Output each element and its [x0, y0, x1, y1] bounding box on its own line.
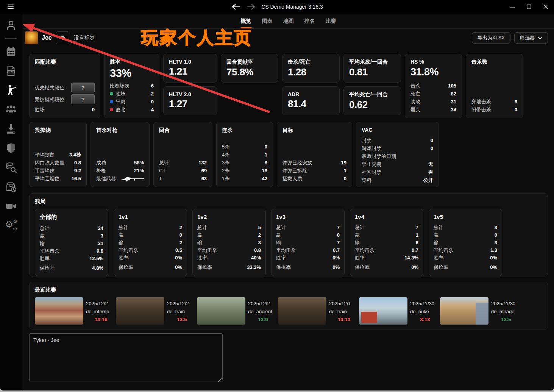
teams-icon[interactable]: [5, 103, 17, 116]
demos-file-icon[interactable]: DEM: [5, 64, 17, 77]
sidebar: DEM ⚙⚙⚙: [0, 14, 22, 390]
minimize-button[interactable]: [504, 0, 521, 14]
kills-per-round-card: 平均杀敌/一回合 0.81: [343, 54, 401, 83]
match-score: 13:5: [491, 315, 521, 323]
match-calendar-icon[interactable]: [5, 45, 17, 58]
stat-row: 闪白敌人数量0.8: [35, 159, 81, 166]
clutch-card-1v2: 1v2 总计5 赢2 输3 平均击杀0.8 胜率40% 保枪率33.3%: [192, 209, 266, 276]
match-map: de_nuke: [410, 309, 429, 314]
stat-row: 4杀1: [222, 151, 267, 158]
player-name: Jee: [42, 34, 52, 41]
tag-icon: [59, 34, 66, 41]
stat-row: 败北4: [110, 106, 154, 113]
match-map: de_ancient: [248, 309, 272, 314]
map-thumbnail-train: [116, 297, 164, 325]
filter-button[interactable]: 筛选器: [514, 32, 548, 44]
match-item[interactable]: 2025/12/2 de_inferno 14:16: [35, 297, 116, 325]
menu-hamburger-icon[interactable]: [0, 3, 21, 10]
match-map: de_train: [167, 309, 185, 314]
match-item[interactable]: 2025/12/1 de_train 10:13: [278, 297, 359, 325]
close-button[interactable]: [537, 0, 554, 14]
clutch-card-all: 全部的 总计24 赢3 输21 平均击杀0.8 胜率12.5% 保枪率4.8%: [35, 209, 108, 276]
match-date: 2025/11/30: [410, 301, 434, 306]
grenades-card: 投掷物 平均致盲3.4秒 闪白敌人数量0.8 手雷均伤9.2 平均丢烟数16.5: [29, 122, 87, 187]
stat-row: 穿墙击杀6: [471, 98, 517, 105]
tab-rank[interactable]: 排名: [304, 14, 315, 28]
match-date: 2025/12/2: [167, 301, 189, 306]
stat-row: 5杀0: [222, 143, 267, 150]
stat-row: 胜场2: [110, 90, 154, 97]
winrate-value: 33%: [110, 67, 154, 80]
stats-row-2: 投掷物 平均致盲3.4秒 闪白敌人数量0.8 手雷均伤9.2 平均丢烟数16.5…: [29, 122, 548, 187]
stat-row: 胜场 0: [35, 106, 95, 113]
tab-charts[interactable]: 图表: [262, 14, 273, 28]
clutch-section: 残局 全部的 总计24 赢3 输21 平均击杀0.8 胜率12.5% 保枪率4.…: [29, 193, 548, 276]
stat-row: 比赛场次6: [110, 82, 154, 89]
export-xlsx-button[interactable]: 导出为XLSX: [472, 32, 510, 44]
winrate-card: 胜率 33% 比赛场次6 胜场2 平局0 败北4: [104, 54, 159, 118]
match-item[interactable]: 2025/11/30 de_nuke 8:13: [359, 297, 440, 325]
stat-row: CT69: [159, 167, 207, 174]
match-item[interactable]: 2025/11/30 de_mirage 13:5: [440, 297, 521, 325]
match-date: 2025/12/2: [86, 301, 108, 306]
clutch-card-1v4: 1v4 总计7 赢1 输6 平均击杀0.7 胜率14.3% 保枪率0%: [350, 209, 423, 276]
stat-row: 总计132: [159, 159, 207, 166]
recording-camera-icon[interactable]: [5, 200, 17, 212]
tab-maps[interactable]: 地图: [283, 14, 294, 28]
stat-row: 2杀18: [222, 167, 267, 174]
vac-card: VAC 封禁0 游戏封禁0 最后封禁的日期 禁止交易无 社区封禁否 资料公开: [356, 122, 439, 187]
stat-row: 死亡82: [410, 90, 456, 97]
stat-row: 手雷均伤9.2: [35, 167, 81, 174]
match-item[interactable]: 2025/12/2 de_train 13:5: [116, 297, 197, 325]
stat-row: 附带击杀0: [471, 106, 517, 113]
stat-row: 击杀105: [410, 82, 456, 89]
settings-gears-icon[interactable]: ⚙⚙⚙: [5, 219, 17, 232]
forward-arrow-icon[interactable]: [246, 3, 256, 11]
recent-matches-section: 最近比赛 2025/12/2 de_inferno 14:16 2025/12/…: [29, 282, 548, 330]
ban-shield-icon[interactable]: [5, 142, 17, 155]
tab-overview[interactable]: 概览: [241, 14, 251, 28]
map-thumbnail-inferno: [35, 297, 83, 325]
stat-row: 社区封禁否: [362, 169, 433, 176]
stat-row: 最佳武器: [96, 175, 144, 182]
stat-row: 封禁0: [362, 137, 433, 144]
stat-row: T63: [159, 175, 207, 182]
main-content: 概览 图表 地图 排名 比赛 Jee 没有标签 导出为XLSX 筛选器: [23, 14, 554, 390]
stat-row: 资料公开: [362, 176, 433, 184]
stat-row: 游戏封禁0: [362, 145, 433, 152]
hltv2-card: HLTV 2.0 1.27: [163, 86, 217, 115]
premier-rank-badge: ?: [71, 83, 95, 92]
match-score: 8:13: [410, 315, 440, 323]
objectives-card: 目标 炸弹已经安放19 炸弹已拆除1 拯救人质0: [277, 122, 352, 187]
match-item[interactable]: 2025/12/2 de_ancient 13:9: [197, 297, 278, 325]
app-window: CS Demo Manager 3.16.3 DEM: [0, 0, 554, 390]
cs-player-icon[interactable]: [5, 84, 17, 97]
map-thumbnail-mirage: [440, 297, 488, 325]
downloads-icon[interactable]: [5, 122, 17, 135]
hltv1-card: HLTV 1.0 1.21: [163, 54, 217, 83]
tab-matches[interactable]: 比赛: [326, 14, 336, 28]
no-tag-label: 没有标签: [74, 34, 95, 41]
match-score: 10:13: [329, 315, 359, 323]
kd-card: 击杀/死亡 1.28: [282, 54, 340, 83]
add-tag-button[interactable]: [56, 31, 70, 44]
titlebar: CS Demo Manager 3.16.3: [0, 0, 554, 14]
deaths-per-round-card: 平均死亡/一回合 0.62: [343, 86, 401, 115]
user-profile-icon[interactable]: [5, 19, 17, 32]
adr-card: ADR 81.4: [282, 86, 340, 115]
stat-row: 拯救人质0: [282, 175, 346, 182]
database-search-icon[interactable]: [5, 161, 17, 174]
player-avatar: [25, 31, 38, 44]
back-arrow-icon[interactable]: [231, 3, 241, 11]
stat-row: 平局0: [110, 98, 154, 105]
maximize-button[interactable]: [521, 0, 537, 14]
competitive-rank-badge: ?: [71, 94, 95, 104]
matchmaking-card: 匹配比赛 优先模式段位 ? 竞技模式段位 ? 胜场 0: [29, 54, 100, 118]
player-comment-input[interactable]: Tyloo - Jee: [29, 333, 223, 381]
stat-row: 平均致盲3.4秒: [35, 151, 81, 158]
stat-row: 禁止交易无: [362, 161, 433, 168]
match-map: de_mirage: [491, 309, 514, 314]
pending-analysis-icon[interactable]: [5, 180, 17, 193]
stat-row: 竞技模式段位 ?: [35, 94, 95, 104]
stat-row: 炸弹已拆除1: [282, 167, 346, 174]
